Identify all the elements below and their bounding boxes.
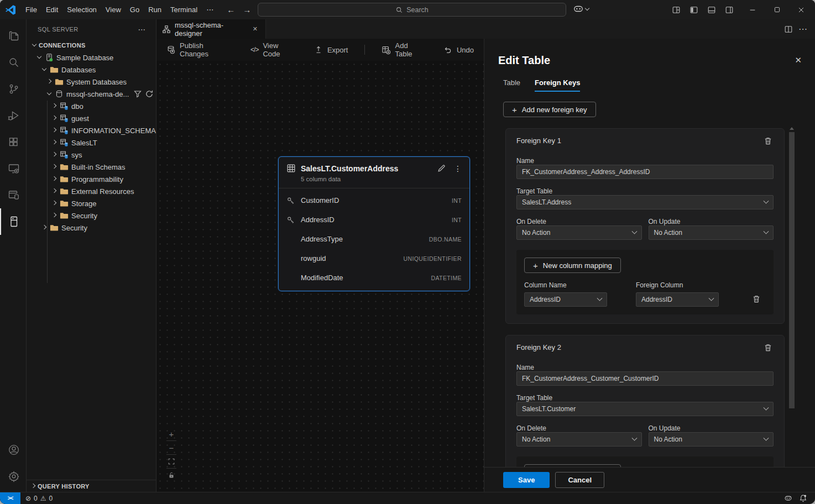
tree-item-guest[interactable]: guest <box>27 112 156 124</box>
command-search-input[interactable]: Search <box>258 3 566 17</box>
activity-run-and-debug-icon[interactable] <box>0 102 27 129</box>
view-code-button[interactable]: </> View Code <box>250 41 297 58</box>
table-card-customeraddress[interactable]: SalesLT.CustomerAddress ⋮ 5 column data … <box>278 156 470 291</box>
menu-selection[interactable]: Selection <box>62 4 101 15</box>
activity-remote-explorer-icon[interactable] <box>0 155 27 182</box>
copilot-status-icon[interactable] <box>784 494 792 502</box>
tree-item-information-schema[interactable]: INFORMATION_SCHEMA <box>27 124 156 136</box>
tree-item-external-resources[interactable]: External Resources <box>27 185 156 197</box>
activity-sql-server-icon[interactable] <box>0 208 27 235</box>
split-editor-icon[interactable] <box>784 25 793 34</box>
activity-extensions-icon[interactable] <box>0 129 27 155</box>
close-window-button[interactable] <box>793 3 809 17</box>
tree-item-security[interactable]: Security <box>27 222 156 234</box>
lock-canvas-button[interactable] <box>165 469 177 482</box>
query-history-section[interactable]: QUERY HISTORY <box>27 480 156 492</box>
table-column-customerid[interactable]: CustomerIDINT <box>279 191 469 210</box>
chevron-right-icon <box>50 114 59 123</box>
edit-table-pencil-icon[interactable] <box>437 164 446 173</box>
tree-item-databases[interactable]: Databases <box>27 64 156 76</box>
panel-scrollbar[interactable] <box>789 127 795 467</box>
fk1-on-update-select[interactable]: No Action <box>649 225 774 240</box>
fk1-mapping-delete-trash-icon[interactable] <box>752 295 762 305</box>
notifications-bell-icon[interactable] <box>799 494 807 502</box>
tab-mssql-schema-designer[interactable]: mssql-schema-designer ✕ <box>156 19 266 39</box>
activity-explorer-icon[interactable] <box>0 23 27 49</box>
toggle-panel-icon[interactable] <box>704 3 719 17</box>
maximize-button[interactable] <box>769 3 785 17</box>
tree-item-saleslt[interactable]: SalesLT <box>27 136 156 149</box>
remote-indicator[interactable]: >< <box>0 492 20 504</box>
table-card-menu-icon[interactable]: ⋮ <box>454 164 462 173</box>
tree-item-connections[interactable]: CONNECTIONS <box>27 39 156 51</box>
menu-view[interactable]: View <box>101 4 126 15</box>
publish-changes-button[interactable]: Publish Changes <box>166 41 234 58</box>
add-table-button[interactable]: Add Table <box>382 41 426 58</box>
menu-file[interactable]: File <box>21 4 41 15</box>
tree-item-built-in-schemas[interactable]: Built-in Schemas <box>27 161 156 173</box>
menu-go[interactable]: Go <box>126 4 144 15</box>
problems-status[interactable]: ⊘ 0 ⚠ 0 <box>25 495 53 502</box>
fk2-on-update-select[interactable]: No Action <box>649 432 774 447</box>
fk1-on-delete-select[interactable]: No Action <box>516 225 642 240</box>
fk1-delete-trash-icon[interactable] <box>764 136 774 146</box>
menu-terminal[interactable]: Terminal <box>166 4 202 15</box>
nav-forward-icon[interactable]: → <box>243 5 251 14</box>
tab-table[interactable]: Table <box>503 78 520 92</box>
menu-more[interactable]: ⋯ <box>202 4 218 15</box>
save-button[interactable]: Save <box>503 472 550 488</box>
fk1-target-table-select[interactable]: SalesLT.Address <box>516 195 774 209</box>
activity-settings-icon[interactable] <box>0 463 27 490</box>
fk1-foreign-column-select[interactable]: AddressID <box>636 292 719 307</box>
undo-button[interactable]: Undo <box>443 45 474 54</box>
export-button[interactable]: Export <box>314 45 348 54</box>
customize-layout-icon[interactable] <box>669 3 683 17</box>
cancel-button[interactable]: Cancel <box>555 472 604 488</box>
toggle-secondary-sidebar-icon[interactable] <box>722 3 736 17</box>
panel-close-icon[interactable]: ✕ <box>795 55 802 65</box>
activity-source-control-icon[interactable] <box>0 76 27 102</box>
activity-search-icon[interactable] <box>0 49 27 76</box>
scrollbar-up-arrow[interactable] <box>790 127 794 130</box>
tree-item-sys[interactable]: sys <box>27 149 156 161</box>
copilot-menu[interactable] <box>573 3 589 14</box>
refresh-icon[interactable] <box>145 90 154 98</box>
fk1-name-input[interactable]: FK_CustomerAddress_Address_AddressID <box>516 165 774 179</box>
activity-database-projects-icon[interactable] <box>0 182 27 208</box>
tree-item-system-databases[interactable]: System Databases <box>27 76 156 88</box>
nav-back-icon[interactable]: ← <box>227 5 235 14</box>
tree-item-mssql-schema-de[interactable]: mssql-schema-de... <box>27 88 156 100</box>
add-new-foreign-key-button[interactable]: + Add new foreign key <box>503 102 596 117</box>
fk2-new-column-mapping-button[interactable]: + New column mapping <box>524 464 621 467</box>
table-column-addresstype[interactable]: AddressTypeDBO.NAME <box>279 229 469 249</box>
minimize-button[interactable] <box>744 3 761 17</box>
fk2-name-input[interactable]: FK_CustomerAddress_Customer_CustomerID <box>516 371 774 386</box>
tree-item-programmability[interactable]: Programmability <box>27 173 156 185</box>
tab-foreign-keys[interactable]: Foreign Keys <box>535 78 580 92</box>
scrollbar-thumb[interactable] <box>789 132 795 408</box>
table-column-addressid[interactable]: AddressIDINT <box>279 210 469 229</box>
fk1-new-column-mapping-button[interactable]: + New column mapping <box>524 258 621 273</box>
tree-item-security[interactable]: Security <box>27 209 156 222</box>
tree-item-storage[interactable]: Storage <box>27 197 156 209</box>
fit-view-button[interactable] <box>165 455 177 468</box>
filter-icon[interactable] <box>133 90 142 98</box>
fk2-target-table-select[interactable]: SalesLT.Customer <box>516 402 774 416</box>
zoom-out-button[interactable]: − <box>165 441 177 454</box>
menu-edit[interactable]: Edit <box>41 4 62 15</box>
activity-account-icon[interactable] <box>0 437 27 463</box>
fk1-column-name-select[interactable]: AddressID <box>524 292 607 307</box>
tree-item-dbo[interactable]: dbo <box>27 100 156 112</box>
fk2-on-delete-select[interactable]: No Action <box>516 432 642 447</box>
sidebar-more-actions[interactable]: ⋯ <box>135 24 149 35</box>
table-column-modifieddate[interactable]: ModifiedDateDATETIME <box>279 268 469 287</box>
tree-item-sample-database[interactable]: Sample Database <box>27 51 156 64</box>
toggle-primary-sidebar-icon[interactable] <box>687 3 701 17</box>
tab-close-icon[interactable]: ✕ <box>250 25 260 33</box>
menu-run[interactable]: Run <box>144 4 166 15</box>
designer-canvas[interactable]: SalesLT.CustomerAddress ⋮ 5 column data … <box>156 61 484 492</box>
table-column-rowguid[interactable]: rowguidUNIQUEIDENTIFIER <box>279 249 469 268</box>
editor-more-actions[interactable]: ⋯ <box>798 24 807 34</box>
zoom-in-button[interactable]: + <box>165 427 177 440</box>
fk2-delete-trash-icon[interactable] <box>764 343 774 353</box>
